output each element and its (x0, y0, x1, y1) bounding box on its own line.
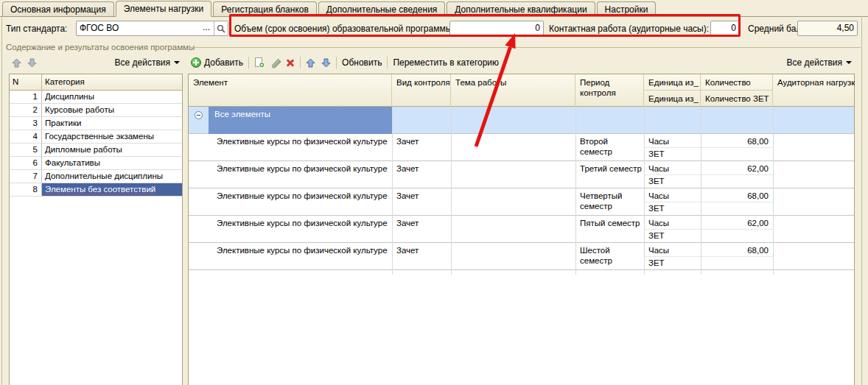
tab-blank-registration[interactable]: Регистрация бланков (213, 1, 317, 16)
row-number: 5 (10, 144, 42, 156)
groupbox-title: Содержание и результаты освоения програм… (6, 43, 195, 52)
column-header-classroom-load[interactable]: Аудиторная нагрузка (773, 74, 855, 107)
column-header-topic[interactable]: Тема работы (451, 74, 575, 107)
contact-work-field[interactable]: 0 (710, 21, 740, 36)
category-row[interactable]: 1Дисциплины (10, 91, 182, 104)
quantity-cell: 62,00 (701, 216, 773, 228)
control-type-cell: Зачет (392, 134, 451, 146)
unit-cell: ЗЕТ (644, 147, 701, 159)
column-header-period[interactable]: Период контроля (575, 74, 644, 107)
volume-field[interactable]: 0 (449, 21, 544, 36)
row-number: 1 (10, 91, 42, 103)
category-row[interactable]: 4Государственные экзамены (10, 130, 182, 144)
elements-all-actions-button[interactable]: Все действия (787, 57, 852, 68)
column-header-unit-2[interactable]: Единица из_ (644, 91, 701, 107)
plus-circle-icon (191, 57, 201, 68)
category-row[interactable]: 2Курсовые работы (10, 104, 182, 117)
edit-button[interactable] (267, 57, 283, 69)
volume-label: Объем (срок освоения) образовательной пр… (234, 24, 455, 34)
category-row[interactable]: 6Факультативы (10, 157, 182, 170)
category-move-down-button[interactable] (24, 57, 40, 69)
category-name: Факультативы (42, 157, 182, 169)
subrow-divider (644, 174, 773, 175)
refresh-button[interactable]: Обновить (339, 56, 385, 69)
average-score-field[interactable]: 4,50 (797, 21, 858, 36)
elements-table: Элемент Вид контроля Тема работы Период … (188, 74, 855, 385)
subrow-divider (644, 256, 773, 257)
category-row[interactable]: 7Дополнительные дисциплины (10, 170, 182, 183)
column-header-element[interactable]: Элемент (189, 74, 392, 107)
unit-cell: Часы (644, 243, 701, 255)
categories-header: N Категория (10, 74, 182, 91)
element-row[interactable]: Элективные курсы по физической культуре … (189, 188, 854, 216)
quantity-cell: 68,00 (701, 243, 773, 255)
tab-main-info[interactable]: Основная информация (2, 1, 114, 16)
subrow-divider (644, 147, 773, 148)
column-header-quantity-zet[interactable]: Количество ЗЕТ (701, 91, 773, 107)
app-window: Основная информация Элементы нагрузки Ре… (0, 0, 868, 385)
column-header-category[interactable]: Категория (42, 74, 182, 90)
category-name: Дисциплины (42, 91, 182, 103)
tab-label: Настройки (605, 4, 648, 15)
delete-button[interactable] (283, 57, 298, 68)
category-row[interactable]: 5Дипломные работы (10, 144, 182, 157)
tab-label: Дополнительные сведения (326, 4, 437, 15)
grid-line (773, 107, 774, 275)
chevron-down-icon (174, 61, 180, 64)
category-row[interactable]: 3Практики (10, 117, 182, 130)
column-header-n[interactable]: N (10, 74, 42, 90)
category-name: Практики (42, 117, 182, 130)
group-row-all-elements[interactable]: Все элементы (189, 107, 854, 134)
tab-additional-qualifications[interactable]: Дополнительные квалификации (447, 1, 595, 16)
move-up-button[interactable] (303, 57, 318, 69)
category-name: Дополнительные дисциплины (42, 170, 182, 183)
topic-cell (451, 188, 575, 191)
category-move-up-button[interactable] (9, 57, 24, 69)
tab-load-elements[interactable]: Элементы нагрузки (116, 1, 212, 17)
elements-toolbar: Добавить Обновить Переместить в категори… (188, 54, 855, 71)
element-name-cell: Элективные курсы по физической культуре (189, 243, 392, 255)
standard-type-value: ФГОС ВО (80, 23, 119, 33)
category-row-selected[interactable]: 8Элементы без соответствий (10, 183, 182, 197)
window-edge-left (1, 18, 2, 385)
topic-cell (451, 161, 575, 163)
arrow-up-icon (306, 58, 315, 68)
period-cell: Пятый семестр (575, 216, 644, 228)
tab-label: Элементы нагрузки (124, 4, 204, 14)
subrow-divider (644, 202, 773, 202)
element-row[interactable]: Элективные курсы по физической культуре … (189, 134, 854, 161)
add-label: Добавить (204, 57, 243, 68)
grid-line (644, 107, 645, 275)
move-down-button[interactable] (318, 57, 334, 69)
tab-additional-info[interactable]: Дополнительные сведения (318, 1, 445, 16)
all-actions-label: Все действия (787, 57, 842, 68)
toolbar-separator (336, 57, 337, 68)
categories-table: N Категория 1Дисциплины 2Курсовые работы… (9, 74, 183, 385)
ellipsis-button[interactable]: ... (200, 21, 213, 35)
element-row[interactable]: Элективные курсы по физической культуре … (189, 243, 854, 270)
tab-label: Регистрация бланков (221, 4, 309, 15)
period-cell: Третий семестр (575, 161, 644, 174)
element-row[interactable]: Элективные курсы по физической культуре … (189, 216, 854, 243)
search-icon[interactable] (214, 21, 228, 35)
column-header-control-type[interactable]: Вид контроля (392, 74, 451, 107)
standard-type-label: Тип стандарта: (6, 24, 67, 34)
move-to-category-button[interactable]: Переместить в категорию (390, 56, 502, 69)
collapse-icon[interactable] (195, 111, 203, 119)
standard-type-field[interactable]: ФГОС ВО ... (76, 21, 228, 36)
control-type-cell: Зачет (392, 161, 451, 174)
element-row[interactable]: Элективные курсы по физической культуре … (189, 161, 854, 188)
column-header-quantity[interactable]: Количество (701, 74, 773, 91)
tab-settings[interactable]: Настройки (597, 1, 657, 16)
grid-line (575, 107, 576, 275)
row-number: 2 (10, 104, 42, 116)
column-header-unit[interactable]: Единица из_ (644, 74, 701, 91)
control-type-cell: Зачет (392, 216, 451, 228)
unit-cell: Часы (644, 188, 701, 201)
unit-cell: ЗЕТ (644, 256, 701, 268)
element-name-cell: Элективные курсы по физической культуре (189, 216, 392, 228)
tab-label: Основная информация (10, 4, 106, 15)
add-button[interactable]: Добавить (188, 56, 246, 69)
create-new-button[interactable] (251, 55, 267, 70)
categories-all-actions-button[interactable]: Все действия (115, 57, 180, 68)
